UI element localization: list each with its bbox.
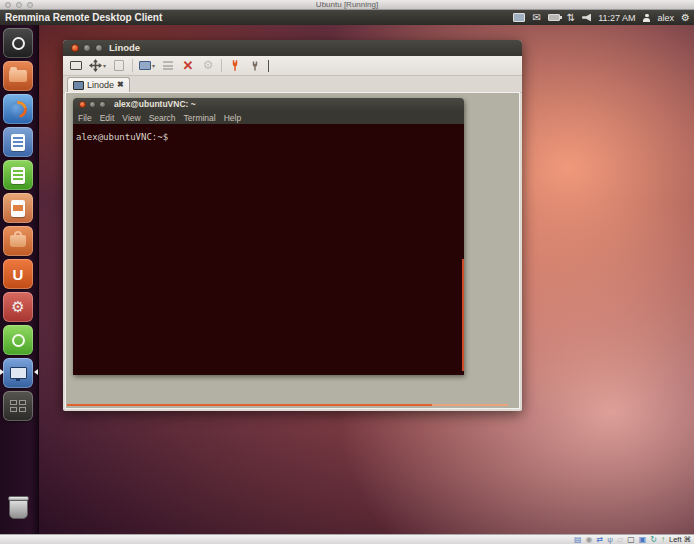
crossed-tools-icon: ✕ — [183, 59, 194, 72]
remmina-launcher-icon[interactable] — [3, 358, 33, 388]
clock[interactable]: 11:27 AM — [598, 13, 635, 23]
remote-terminal-window[interactable]: alex@ubuntuVNC: ~ File Edit View Search … — [73, 98, 464, 375]
terminal-menubar: File Edit View Search Terminal Help — [73, 111, 464, 124]
system-settings-icon[interactable]: ⚙ — [3, 292, 33, 322]
command-key-icon: ⌘ — [684, 535, 692, 544]
mail-icon[interactable]: ✉ — [532, 10, 540, 25]
unity-launcher: U ⚙ — [0, 25, 39, 534]
terminal-minimize-button[interactable] — [89, 101, 96, 108]
spreadsheet-icon — [11, 167, 25, 184]
features-icon[interactable]: ↻ — [650, 535, 657, 544]
folder-icon — [9, 70, 27, 82]
remote-desktop-edge-line-faint — [432, 404, 508, 406]
battery-icon[interactable] — [548, 14, 560, 21]
host-key-label: Left — [669, 535, 682, 544]
active-app-title[interactable]: Remmina Remote Desktop Client — [5, 10, 162, 25]
document-icon — [11, 134, 25, 151]
terminal-maximize-button[interactable] — [99, 101, 106, 108]
menu-search[interactable]: Search — [149, 113, 176, 123]
tab-linode[interactable]: Linode ✖ — [67, 77, 130, 92]
preferences-button-disabled: ⚙ — [201, 58, 215, 74]
libreoffice-calc-icon[interactable] — [3, 160, 33, 190]
hdd-icon[interactable]: ▤ — [574, 535, 582, 544]
vnc-remote-desktop[interactable]: alex@ubuntuVNC: ~ File Edit View Search … — [66, 93, 519, 408]
running-indicator-arrow — [0, 369, 4, 375]
ubuntu-one-icon[interactable]: U — [3, 259, 33, 289]
session-gear-icon[interactable]: ⚙ — [681, 10, 690, 25]
window-icon — [114, 60, 124, 71]
gears-icon: ⚙ — [203, 59, 214, 72]
chevron-down-icon[interactable]: ▾ — [152, 62, 155, 69]
ubuntu-software-green-icon[interactable] — [3, 325, 33, 355]
recording-icon[interactable]: ▣ — [639, 535, 647, 544]
tab-label: Linode — [87, 80, 114, 90]
libreoffice-writer-icon[interactable] — [3, 127, 33, 157]
usb-icon[interactable]: ψ — [607, 535, 613, 544]
fullscreen-button[interactable] — [69, 58, 83, 74]
ubuntu-desktop: U ⚙ Linode — [0, 25, 694, 534]
user-menu-label[interactable]: alex — [658, 13, 675, 23]
home-folder-icon[interactable] — [3, 61, 33, 91]
statusbar-icons: ▤ ◉ ⇄ ψ ▱ ▢ ▣ ↻ ↑ Left ⌘ — [574, 535, 691, 544]
host-window-title: Ubuntu [Running] — [0, 0, 694, 10]
window-buttons — [71, 44, 103, 52]
window-title: Linode — [109, 40, 140, 56]
menu-terminal[interactable]: Terminal — [184, 113, 216, 123]
volume-icon[interactable] — [582, 14, 591, 22]
network-traffic-icon[interactable]: ⇅ — [567, 10, 575, 25]
text-caret — [268, 60, 269, 72]
network-icon[interactable]: ⇄ — [597, 535, 604, 544]
close-button[interactable] — [71, 44, 79, 52]
unplug-button[interactable] — [248, 58, 262, 74]
libreoffice-impress-icon[interactable] — [3, 193, 33, 223]
menu-help[interactable]: Help — [224, 113, 241, 123]
trash-can-icon — [9, 498, 28, 519]
remote-desktop-edge-line — [67, 404, 432, 406]
bars-icon — [163, 61, 173, 70]
software-center-icon[interactable] — [3, 226, 33, 256]
remmina-window: Linode ▾ ▾ ✕ ⚙ — [63, 40, 522, 411]
shared-folders-icon[interactable]: ▱ — [617, 535, 623, 544]
maximize-button[interactable] — [95, 44, 103, 52]
mouse-integration-icon[interactable]: ↑ — [661, 535, 665, 544]
menu-file[interactable]: File — [78, 113, 92, 123]
ubuntu-one-letter: U — [13, 266, 24, 283]
minimize-button[interactable] — [83, 44, 91, 52]
vnc-viewport-frame: alex@ubuntuVNC: ~ File Edit View Search … — [65, 92, 520, 409]
optical-disc-icon[interactable]: ◉ — [586, 535, 593, 544]
remote-displays-icon[interactable] — [513, 13, 525, 22]
dash-home-icon[interactable] — [3, 28, 33, 58]
indicator-tray: ✉ ⇅ 11:27 AM alex ⚙ — [513, 10, 690, 25]
firefox-globe-icon — [10, 101, 27, 118]
screenshot-button[interactable]: ▾ — [139, 58, 155, 74]
disconnect-button[interactable] — [228, 58, 242, 74]
monitor-icon — [10, 367, 27, 379]
trash-icon[interactable] — [3, 493, 33, 523]
terminal-content[interactable]: alex@ubuntuVNC:~$ — [73, 124, 464, 375]
workspace-switcher-icon[interactable] — [3, 391, 33, 421]
ubuntu-logo-icon — [12, 37, 25, 50]
menu-view[interactable]: View — [122, 113, 140, 123]
presentation-icon — [11, 200, 25, 217]
tab-close-icon[interactable]: ✖ — [117, 81, 124, 89]
firefox-icon[interactable] — [3, 94, 33, 124]
terminal-close-button[interactable] — [79, 101, 86, 108]
gear-icon: ⚙ — [11, 298, 24, 316]
remote-desktop-icon — [73, 81, 84, 90]
chevron-down-icon[interactable]: ▾ — [103, 62, 106, 69]
terminal-titlebar[interactable]: alex@ubuntuVNC: ~ — [73, 98, 464, 111]
grab-keyboard-button-disabled — [161, 58, 175, 74]
monitor-icon — [70, 61, 82, 70]
virtualbox-statusbar: ▤ ◉ ⇄ ψ ▱ ▢ ▣ ↻ ↑ Left ⌘ — [0, 534, 694, 544]
shell-prompt: alex@ubuntuVNC:~$ — [76, 132, 168, 142]
display-icon[interactable]: ▢ — [627, 535, 635, 544]
menu-edit[interactable]: Edit — [100, 113, 115, 123]
resize-to-remote-button[interactable]: ▾ — [89, 58, 106, 74]
scaled-mode-button-disabled — [112, 58, 126, 74]
toolbar-separator — [132, 59, 133, 72]
tools-button[interactable]: ✕ — [181, 58, 195, 74]
user-icon — [643, 14, 651, 22]
ubuntu-menubar: Remmina Remote Desktop Client ✉ ⇅ 11:27 … — [0, 10, 694, 25]
remmina-titlebar[interactable]: Linode — [63, 40, 522, 56]
host-titlebar: Ubuntu [Running] — [0, 0, 694, 10]
